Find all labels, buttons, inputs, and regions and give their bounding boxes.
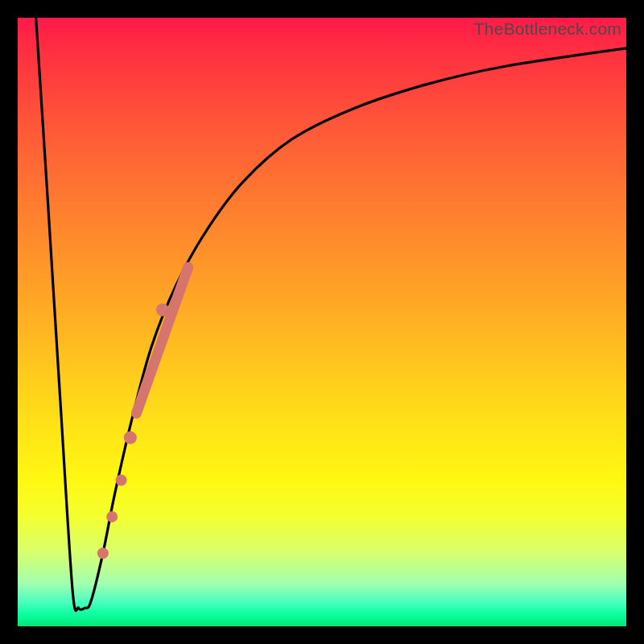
- marker-stroke: [136, 267, 188, 413]
- highlighted-segment: [97, 267, 188, 559]
- curve-path: [36, 18, 626, 611]
- bottleneck-curve: [36, 18, 626, 611]
- marker-dot: [124, 431, 137, 444]
- plot-area: TheBottleneck.com: [18, 18, 626, 626]
- marker-dot: [116, 475, 127, 486]
- curve-layer: [18, 18, 626, 626]
- chart-frame: TheBottleneck.com: [0, 0, 644, 644]
- watermark-text: TheBottleneck.com: [474, 19, 621, 39]
- marker-dot: [106, 511, 118, 522]
- marker-dot: [97, 547, 109, 559]
- marker-dot: [156, 303, 169, 316]
